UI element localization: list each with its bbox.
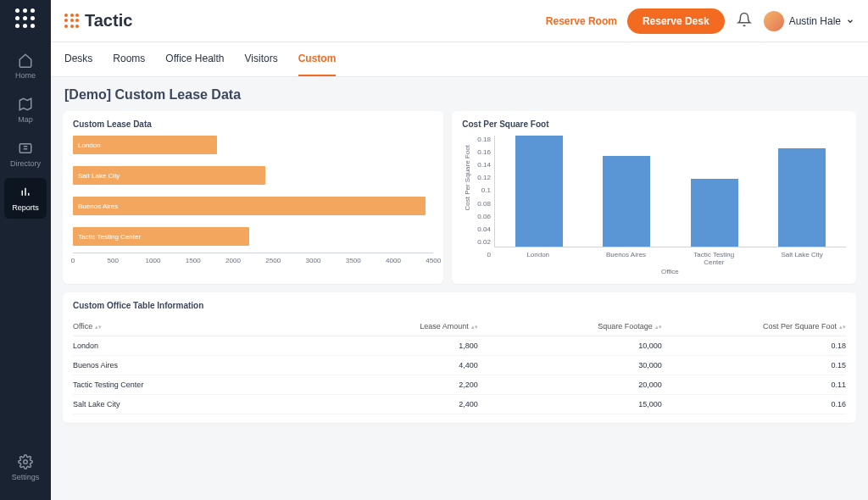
hbar: Tactic Testing Center	[73, 227, 249, 246]
xtick: 0	[71, 257, 75, 264]
hbar-chart: LondonSalt Lake CityBuenos AiresTactic T…	[73, 136, 433, 246]
vbar-chart: Cost Per Square Foot 0.180.160.140.120.1…	[462, 136, 846, 275]
ytick: 0.16	[477, 148, 491, 156]
col-lease[interactable]: Lease Amount▴▾	[294, 322, 478, 331]
col-office[interactable]: Office▴▾	[73, 322, 294, 331]
vbar-bars	[494, 136, 846, 247]
nav-map[interactable]: Map	[4, 90, 47, 131]
table-row: Buenos Aires4,40030,0000.15	[73, 356, 846, 375]
card-title: Cost Per Square Foot	[462, 119, 846, 129]
card-custom-lease: Custom Lease Data LondonSalt Lake CityBu…	[63, 111, 443, 284]
cell-office: London	[73, 342, 294, 350]
xtick: 4500	[426, 257, 441, 264]
sidebar: Home Map Directory Reports Settings	[0, 0, 51, 500]
user-menu[interactable]: Austin Hale	[764, 11, 854, 31]
xtick: 3000	[306, 257, 321, 264]
col-sqft[interactable]: Square Footage▴▾	[478, 322, 662, 331]
x-ticks: LondonBuenos AiresTactic Testing CenterS…	[494, 251, 846, 266]
tabs: Desks Rooms Office Health Visitors Custo…	[51, 42, 868, 77]
hbar: Buenos Aires	[73, 197, 426, 215]
nav-home[interactable]: Home	[4, 46, 47, 86]
xtick: 2500	[265, 257, 281, 264]
reserve-desk-button[interactable]: Reserve Desk	[627, 8, 725, 34]
ytick: 0.12	[477, 174, 491, 181]
vbar	[603, 156, 650, 247]
xtick: 1000	[146, 257, 161, 264]
map-icon	[18, 97, 33, 112]
xtick: Salt Lake City	[776, 251, 827, 266]
cell-cpsf: 0.11	[662, 381, 846, 389]
xtick: 3500	[346, 257, 361, 264]
hbar: London	[73, 136, 217, 154]
chevron-down-icon	[846, 17, 854, 25]
card-title: Custom Office Table Information	[73, 301, 846, 310]
topbar: Tactic Reserve Room Reserve Desk Austin …	[51, 0, 868, 42]
main: Tactic Reserve Room Reserve Desk Austin …	[51, 0, 868, 500]
home-icon	[18, 53, 33, 68]
svg-point-1	[24, 460, 28, 464]
notifications-icon[interactable]	[737, 12, 752, 31]
reserve-room-link[interactable]: Reserve Room	[546, 15, 617, 27]
tab-rooms[interactable]: Rooms	[113, 42, 145, 76]
xtick: 500	[108, 257, 119, 264]
tab-visitors[interactable]: Visitors	[245, 42, 278, 76]
y-axis-label: Cost Per Square Foot	[462, 136, 477, 275]
vbar	[691, 179, 738, 247]
cell-office: Tactic Testing Center	[73, 381, 294, 389]
logo-icon	[64, 14, 80, 29]
xtick: Tactic Testing Center	[688, 251, 739, 266]
gear-icon	[18, 454, 33, 469]
card-cost-psf: Cost Per Square Foot Cost Per Square Foo…	[452, 111, 856, 284]
cell-sqft: 30,000	[478, 361, 662, 369]
x-axis-label: Office	[494, 268, 846, 275]
cell-sqft: 15,000	[478, 400, 662, 408]
card-table: Custom Office Table Information Office▴▾…	[63, 292, 856, 423]
table-row: London1,80010,0000.18	[73, 336, 846, 356]
nav-label: Directory	[10, 159, 41, 168]
app-launcher-icon[interactable]	[15, 8, 36, 29]
cell-sqft: 10,000	[478, 342, 662, 350]
cell-lease: 2,400	[294, 400, 478, 408]
col-cpsf[interactable]: Cost Per Square Foot▴▾	[662, 322, 846, 331]
ytick: 0.02	[477, 238, 491, 246]
cell-office: Salt Lake City	[73, 400, 294, 408]
logo[interactable]: Tactic	[64, 11, 132, 31]
nav-directory[interactable]: Directory	[4, 134, 47, 175]
cell-lease: 1,800	[294, 342, 478, 350]
ytick: 0.04	[477, 225, 491, 233]
cell-cpsf: 0.16	[662, 400, 846, 408]
content: [Demo] Custom Lease Data Custom Lease Da…	[51, 77, 868, 500]
nav-label: Reports	[12, 203, 39, 212]
tab-office-health[interactable]: Office Health	[165, 42, 224, 76]
user-name: Austin Hale	[789, 15, 841, 27]
ytick: 0.08	[477, 200, 491, 208]
cell-office: Buenos Aires	[73, 361, 294, 369]
hbar-xaxis: 050010001500200025003000350040004500	[73, 253, 433, 269]
cell-lease: 4,400	[294, 361, 478, 369]
nav-label: Home	[15, 71, 36, 80]
xtick: 2000	[225, 257, 241, 264]
tab-custom[interactable]: Custom	[298, 42, 337, 76]
cell-lease: 2,200	[294, 381, 478, 389]
page-title: [Demo] Custom Lease Data	[63, 87, 856, 103]
tab-desks[interactable]: Desks	[64, 42, 92, 76]
cell-sqft: 20,000	[478, 381, 662, 389]
brand-name: Tactic	[85, 11, 132, 31]
ytick: 0.14	[477, 161, 491, 169]
table-row: Salt Lake City2,40015,0000.16	[73, 395, 846, 414]
hbar: Salt Lake City	[73, 166, 265, 185]
nav-settings[interactable]: Settings	[4, 447, 47, 488]
y-ticks: 0.180.160.140.120.10.080.060.040.020	[477, 136, 494, 258]
nav-reports[interactable]: Reports	[4, 178, 47, 219]
vbar	[778, 148, 826, 247]
nav-label: Map	[18, 115, 33, 124]
card-title: Custom Lease Data	[73, 119, 433, 129]
ytick: 0.06	[477, 213, 491, 220]
directory-icon	[18, 141, 33, 156]
xtick: Buenos Aires	[601, 251, 652, 266]
ytick: 0.1	[477, 186, 491, 194]
cell-cpsf: 0.18	[662, 342, 846, 350]
ytick: 0	[477, 251, 491, 258]
table-header: Office▴▾ Lease Amount▴▾ Square Footage▴▾…	[73, 317, 846, 336]
xtick: 4000	[386, 257, 401, 264]
